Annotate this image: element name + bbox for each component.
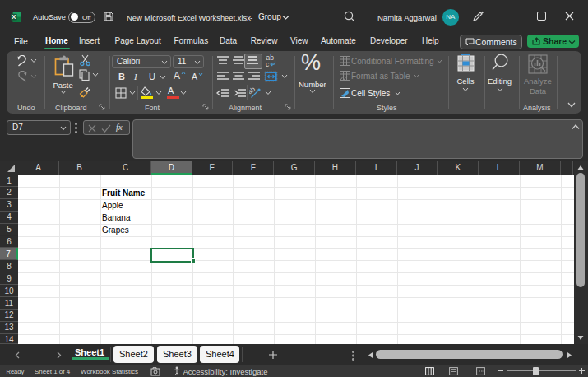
svg-text:X: X: [12, 13, 16, 21]
svg-text:ab: ab: [249, 86, 257, 95]
